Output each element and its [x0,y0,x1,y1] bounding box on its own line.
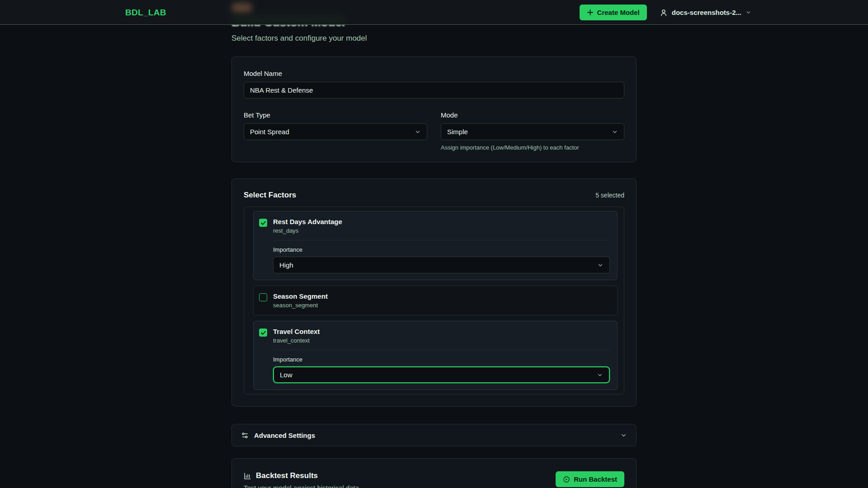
advanced-settings-toggle[interactable]: Advanced Settings [231,424,637,446]
user-icon [660,9,668,17]
checkbox-checked-icon[interactable] [259,328,267,337]
create-model-label: Create Model [597,9,640,16]
factor-item-season-segment: Season Segment season_segment [253,286,618,315]
brand-logo[interactable]: BDL_LAB [125,0,166,25]
advanced-settings-label: Advanced Settings [254,432,315,439]
create-model-button[interactable]: Create Model [580,5,647,20]
divider [273,240,610,240]
factor-name[interactable]: Travel Context [273,328,320,335]
select-factors-card: Select Factors 5 selected Rest Days Adva… [231,178,637,407]
importance-select-travel-context[interactable]: Low [273,366,610,383]
importance-value: Low [280,371,292,379]
factor-key: season_segment [273,302,328,309]
run-backtest-label: Run Backtest [574,475,617,483]
backtest-title: Backtest Results [256,471,318,480]
chevron-down-icon [745,9,751,15]
model-name-label: Model Name [244,70,624,77]
blurred-badge-artifact [231,3,252,13]
chevron-down-icon [597,262,604,268]
play-circle-icon [563,476,570,483]
plus-icon [587,9,594,16]
factor-name[interactable]: Season Segment [273,292,328,300]
bet-type-value: Point Spread [250,128,289,136]
bet-type-label: Bet Type [244,111,427,119]
mode-label: Mode [441,111,624,119]
run-backtest-button[interactable]: Run Backtest [556,471,624,487]
mode-value: Simple [447,128,468,136]
bet-type-select[interactable]: Point Spread [244,123,427,140]
chevron-down-icon [415,129,421,135]
select-factors-title: Select Factors [244,191,296,200]
factor-list: Rest Days Advantage rest_days Importance… [244,206,624,394]
sliders-icon [241,432,249,439]
importance-label: Importance [273,356,610,363]
importance-label: Importance [273,246,610,253]
user-menu[interactable]: docs-screenshots-2... [660,9,751,17]
checkbox-checked-icon[interactable] [259,219,267,227]
chevron-down-icon [620,432,627,439]
chevron-down-icon [612,129,618,135]
page-subtitle: Select factors and configure your model [231,34,637,43]
mode-hint: Assign importance (Low/Medium/High) to e… [441,144,624,151]
checkbox-unchecked-icon[interactable] [259,293,267,301]
selected-count-badge: 5 selected [595,192,624,199]
model-name-input[interactable] [244,82,624,99]
bar-chart-icon [244,472,251,480]
user-menu-label: docs-screenshots-2... [672,9,741,16]
blurred-title-artifact [231,15,344,24]
backtest-subtitle: Test your model against historical data [244,484,359,488]
factor-item-travel-context: Travel Context travel_context Importance… [253,321,618,390]
model-config-card: Model Name Bet Type Point Spread Mode Si… [231,56,637,162]
backtest-results-card: Backtest Results Test your model against… [231,458,637,488]
factor-name[interactable]: Rest Days Advantage [273,218,342,225]
factor-item-rest-days: Rest Days Advantage rest_days Importance… [253,211,618,280]
mode-select[interactable]: Simple [441,123,624,140]
factor-key: rest_days [273,227,342,234]
importance-select-rest-days[interactable]: High [273,257,610,273]
divider [273,350,610,350]
factor-key: travel_context [273,337,320,344]
top-nav-bar: BDL_LAB Create Model docs-screenshots-2.… [0,0,868,25]
importance-value: High [279,261,293,269]
chevron-down-icon [597,372,603,378]
